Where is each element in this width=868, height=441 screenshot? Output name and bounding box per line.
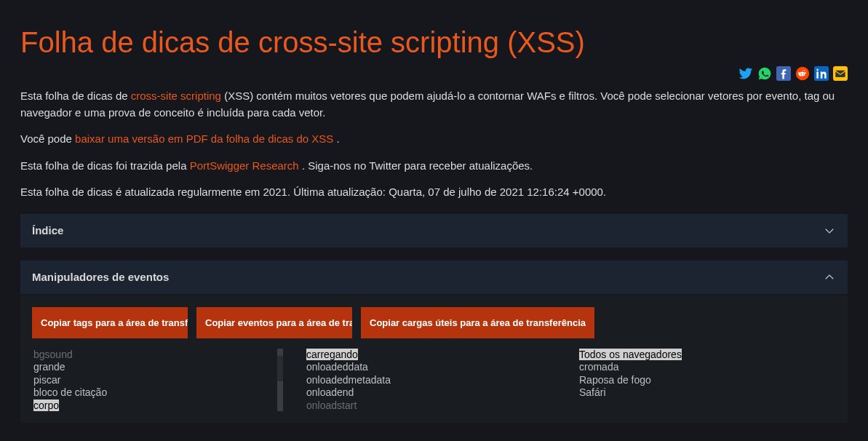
accordion-event-handlers[interactable]: Manipuladores de eventos bbox=[20, 261, 848, 294]
text: Você pode bbox=[20, 132, 75, 145]
text: Esta folha de dicas de bbox=[20, 90, 131, 102]
intro-p1: Esta folha de dicas de cross-site script… bbox=[20, 88, 848, 121]
accordion-event-handlers-title: Manipuladores de eventos bbox=[32, 271, 169, 283]
tags-listbox[interactable]: bgsound grande piscar bloco de citação c… bbox=[32, 349, 283, 411]
list-item[interactable]: Safári bbox=[578, 386, 829, 400]
whatsapp-icon[interactable] bbox=[757, 66, 772, 81]
intro-p2: Você pode baixar uma versão em PDF da fo… bbox=[20, 131, 848, 148]
list-item[interactable]: onloadedmetadata bbox=[305, 374, 556, 387]
intro-p4: Esta folha de dicas é atualizada regular… bbox=[20, 184, 848, 201]
list-item-selected[interactable]: Todos os navegadores bbox=[579, 349, 682, 360]
copy-payloads-button[interactable]: Copiar cargas úteis para a área de trans… bbox=[361, 307, 594, 338]
list-item[interactable]: Raposa de fogo bbox=[578, 374, 829, 387]
list-item[interactable]: bgsound bbox=[32, 349, 283, 362]
linkedin-icon[interactable] bbox=[814, 66, 829, 81]
event-handlers-panel: Copiar tags para a área de transferência… bbox=[20, 295, 848, 423]
list-item[interactable]: onloadend bbox=[305, 386, 556, 400]
share-row bbox=[20, 66, 848, 88]
list-item[interactable]: onloadeddata bbox=[305, 361, 556, 374]
list-item[interactable]: cromada bbox=[578, 361, 829, 374]
browsers-listbox[interactable]: Todos os navegadores cromada Raposa de f… bbox=[578, 349, 829, 411]
chevron-up-icon bbox=[823, 271, 836, 284]
text: . bbox=[333, 132, 339, 145]
events-listbox[interactable]: carregando onloadeddata onloadedmetadata… bbox=[305, 349, 556, 411]
list-item[interactable]: bloco de citação bbox=[32, 386, 283, 400]
text: . Siga-nos no Twitter para receber atual… bbox=[299, 159, 533, 172]
copy-events-button[interactable]: Copiar eventos para a área de transferên… bbox=[196, 307, 352, 338]
intro-p3: Esta folha de dicas foi trazida pela Por… bbox=[20, 158, 848, 175]
accordion-index-title: Índice bbox=[32, 224, 63, 237]
facebook-icon[interactable] bbox=[776, 66, 791, 81]
reddit-icon[interactable] bbox=[795, 66, 810, 81]
list-item-selected[interactable]: carregando bbox=[306, 349, 358, 360]
lists-row: bgsound grande piscar bloco de citação c… bbox=[32, 349, 836, 411]
list-item[interactable]: piscar bbox=[32, 374, 283, 387]
email-icon[interactable] bbox=[833, 66, 848, 81]
scrollbar[interactable] bbox=[277, 349, 283, 411]
accordion-index[interactable]: Índice bbox=[20, 214, 848, 247]
copy-tags-button[interactable]: Copiar tags para a área de transferência bbox=[32, 307, 188, 338]
list-item[interactable]: onloadstart bbox=[305, 400, 556, 411]
twitter-icon[interactable] bbox=[738, 66, 753, 81]
pdf-link[interactable]: baixar uma versão em PDF da folha de dic… bbox=[75, 132, 333, 145]
xss-link[interactable]: cross-site scripting bbox=[131, 90, 221, 102]
portswigger-link[interactable]: PortSwigger Research bbox=[190, 159, 299, 172]
button-row: Copiar tags para a área de transferência… bbox=[32, 307, 836, 338]
page-title: Folha de dicas de cross-site scripting (… bbox=[20, 0, 848, 66]
list-item-selected[interactable]: corpo bbox=[33, 400, 59, 411]
text: Esta folha de dicas foi trazida pela bbox=[20, 159, 190, 172]
list-item[interactable]: grande bbox=[32, 361, 283, 374]
chevron-down-icon bbox=[823, 224, 836, 237]
